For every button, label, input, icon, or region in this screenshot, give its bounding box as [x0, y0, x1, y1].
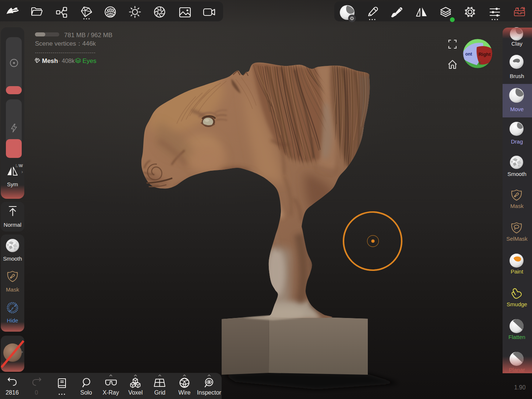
svg-text:ont: ont	[465, 52, 472, 57]
svg-text:Right: Right	[478, 52, 491, 57]
